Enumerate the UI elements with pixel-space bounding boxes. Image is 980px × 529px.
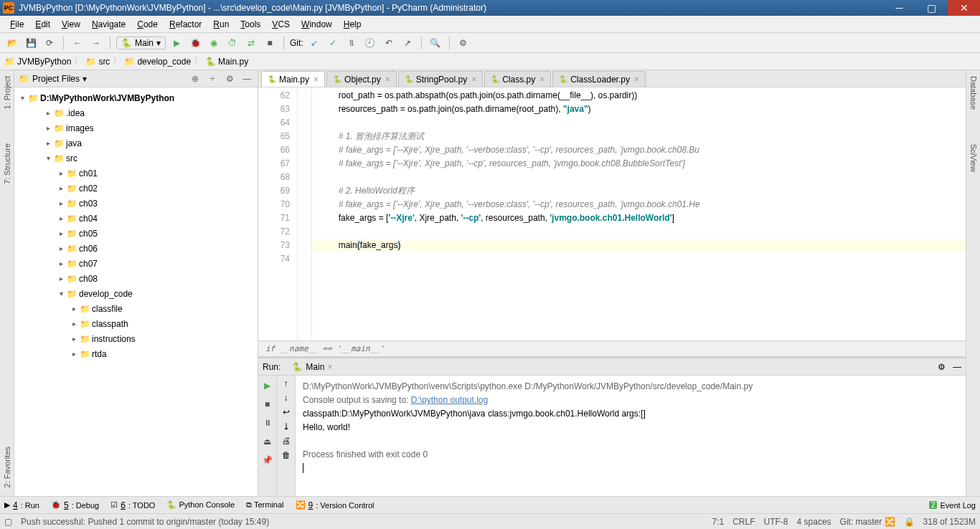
editor-tab[interactable]: 🐍Main.py× [261,71,325,87]
gear-icon[interactable]: ⚙ [223,74,236,84]
open-icon[interactable]: 📂 [4,35,20,51]
console-output[interactable]: D:\MyPythonWork\JVMByPython\venv\Scripts… [296,376,966,496]
bottom-tab-python-console[interactable]: 🐍 Python Console [166,500,235,510]
menu-run[interactable]: Run [207,18,235,31]
maximize-button[interactable]: ▢ [915,0,948,16]
gear-icon[interactable]: ⚙ [938,362,946,372]
tree-node[interactable]: ▸📁ch07 [14,256,258,271]
bottom-tab-version-control[interactable]: 🔀 9: Version Control [296,500,374,510]
menu-view[interactable]: View [56,18,86,31]
trash-icon[interactable]: 🗑 [282,450,291,460]
code-breadcrumb[interactable]: if __name__ == '__main__' [258,340,966,356]
breadcrumb-item[interactable]: 📁develop_code [124,57,191,67]
editor-tab[interactable]: 🐍Class.py× [484,71,551,87]
tree-node[interactable]: ▸📁.idea [14,105,258,120]
menu-edit[interactable]: Edit [29,18,56,31]
menu-vcs[interactable]: VCS [266,18,296,31]
debug-icon[interactable]: 🐞 [187,35,203,51]
pause-icon[interactable]: ⏸ [260,416,275,430]
vcs-push-icon[interactable]: ↗ [400,35,415,51]
tree-node[interactable]: ▸📁ch02 [14,181,258,196]
stop-icon[interactable]: ■ [262,35,278,51]
menu-file[interactable]: File [4,18,29,31]
vcs-update-icon[interactable]: ↙ [306,35,322,51]
hide-icon[interactable]: — [953,362,961,372]
back-icon[interactable]: ← [70,35,85,51]
close-button[interactable]: ✕ [948,0,980,16]
hide-icon[interactable]: — [240,74,253,84]
log-link[interactable]: D:\python output.log [411,395,488,405]
rerun-icon[interactable]: ▶ [260,378,275,393]
toolwindows-icon[interactable]: ▢ [4,517,12,527]
editor-tab[interactable]: 🐍ClassLoader.py× [552,71,646,87]
tree-node[interactable]: ▸📁instructions [14,331,258,346]
cursor-position[interactable]: 7:1 [712,517,725,527]
search-icon[interactable]: 🔍 [428,35,443,51]
breadcrumb-item[interactable]: 📁src [85,57,110,67]
tree-node[interactable]: ▸📁rtda [14,346,258,361]
settings-icon[interactable]: ⚙ [456,35,471,51]
coverage-icon[interactable]: ◉ [206,35,222,51]
tree-node[interactable]: ▸📁classpath [14,316,258,331]
forward-icon[interactable]: → [88,35,104,51]
stop-icon[interactable]: ■ [260,397,275,411]
run-config-selector[interactable]: 🐍 Main ▾ [116,37,166,49]
tab-favorites[interactable]: 2: Favorites [2,444,12,490]
close-icon[interactable]: × [385,75,390,85]
bottom-tab-todo[interactable]: ☑ 6: TODO [110,500,155,510]
menu-code[interactable]: Code [131,18,164,31]
menu-navigate[interactable]: Navigate [86,18,131,31]
project-view-selector[interactable]: 📁 Project Files ▾ [19,74,87,84]
close-icon[interactable]: × [634,75,639,85]
tree-node[interactable]: ▸📁ch01 [14,166,258,181]
tab-sciview[interactable]: SciView [969,141,979,175]
tree-node[interactable]: ▾📁develop_code [14,286,258,301]
profile-icon[interactable]: ⏱ [225,35,240,51]
vcs-revert-icon[interactable]: ↶ [381,35,397,51]
editor-tab[interactable]: 🐍StringPool.py× [398,71,483,87]
close-icon[interactable]: × [314,75,319,85]
tab-project[interactable]: 1: Project [2,73,12,112]
minimize-button[interactable]: ─ [883,0,915,16]
tree-node[interactable]: ▸📁classfile [14,301,258,316]
line-separator[interactable]: CRLF [732,517,755,527]
save-all-icon[interactable]: 💾 [23,35,39,51]
wrap-icon[interactable]: ↩ [283,407,290,417]
menu-refactor[interactable]: Refactor [164,18,207,31]
breadcrumb-item[interactable]: 📁JVMByPython [4,57,71,67]
tree-node[interactable]: ▸📁ch06 [14,241,258,256]
bottom-tab-debug[interactable]: 🐞 5: Debug [51,500,99,510]
breadcrumb-item[interactable]: 🐍Main.py [205,57,248,67]
lock-icon[interactable]: 🔒 [904,517,915,527]
event-log[interactable]: 2 Event Log [929,501,976,510]
refresh-icon[interactable]: ⟳ [42,35,57,51]
tree-node[interactable]: ▸📁ch03 [14,196,258,211]
git-branch[interactable]: Git: master 🔀 [840,517,895,527]
up-icon[interactable]: ↑ [284,378,288,389]
tree-node[interactable]: ▸📁images [14,120,258,135]
vcs-commit-icon[interactable]: ✓ [325,35,341,51]
collapse-icon[interactable]: ÷ [206,74,219,84]
tab-database[interactable]: Database [969,73,979,113]
exit-icon[interactable]: ⏏ [260,434,275,449]
vcs-history-icon[interactable]: 🕘 [362,35,378,51]
tree-node[interactable]: ▸📁ch05 [14,226,258,241]
tab-structure[interactable]: 7: Structure [2,140,12,187]
print-icon[interactable]: 🖨 [282,436,291,446]
close-icon[interactable]: × [471,75,476,85]
project-tree[interactable]: ▾📁D:\MyPythonWork\JVMByPython▸📁.idea▸📁im… [14,87,258,496]
down-icon[interactable]: ↓ [284,393,288,403]
vcs-compare-icon[interactable]: ⥮ [344,35,359,51]
memory-indicator[interactable]: 318 of 1523M [923,517,976,527]
menu-window[interactable]: Window [296,18,338,31]
concurrency-icon[interactable]: ⇄ [243,35,259,51]
scroll-icon[interactable]: ⤓ [283,421,290,432]
bottom-tab-terminal[interactable]: ⧉ Terminal [246,500,283,510]
close-icon[interactable]: × [540,75,545,85]
tree-node[interactable]: ▾📁src [14,151,258,166]
tree-node[interactable]: ▸📁ch04 [14,211,258,226]
indent[interactable]: 4 spaces [797,517,831,527]
tree-node[interactable]: ▸📁java [14,135,258,151]
tree-node[interactable]: ▸📁ch08 [14,271,258,286]
run-config-tab[interactable]: 🐍 Main × [288,361,336,373]
